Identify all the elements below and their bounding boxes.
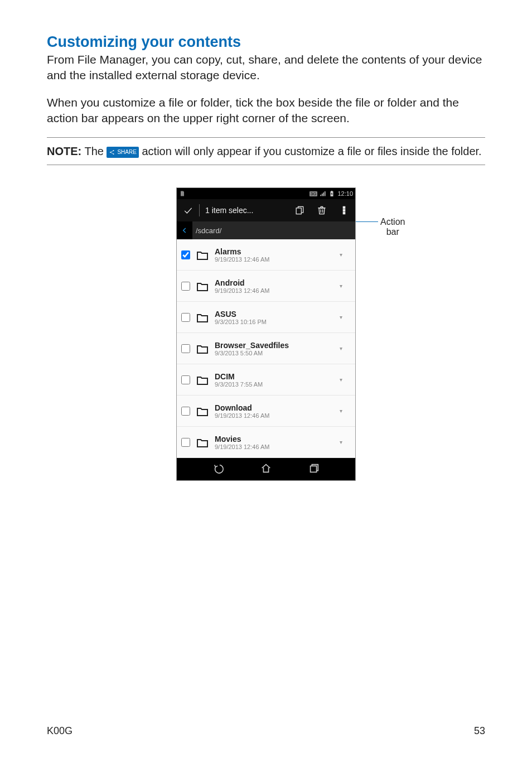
footer-model: K00G — [47, 725, 72, 737]
chevron-left-icon — [181, 226, 188, 234]
done-button[interactable] — [177, 205, 199, 216]
file-row[interactable]: Download9/19/2013 12:46 AM▾ — [177, 396, 355, 427]
file-name: DCIM — [215, 372, 335, 381]
file-name: Android — [215, 278, 335, 287]
chevron-down-icon[interactable]: ▾ — [340, 314, 351, 320]
svg-point-2 — [113, 153, 114, 155]
phone-screenshot: 3G 12:10 1 item selec... — [176, 187, 356, 481]
share-badge-label: SHARE — [117, 148, 136, 156]
footer-page: 53 — [474, 725, 485, 737]
nav-home-icon — [260, 462, 272, 474]
copy-button[interactable] — [288, 205, 311, 216]
check-icon — [182, 205, 194, 216]
folder-icon — [195, 248, 210, 262]
paragraph-usage: When you customize a file or folder, tic… — [47, 95, 485, 127]
breadcrumb: /sdcard/ — [177, 221, 355, 239]
delete-button[interactable] — [311, 205, 333, 216]
svg-rect-8 — [325, 191, 326, 196]
file-meta: 9/19/2013 12:46 AM — [215, 412, 335, 419]
selection-title: 1 item selec... — [200, 206, 288, 215]
file-list: Alarms9/19/2013 12:46 AM▾Android9/19/201… — [177, 239, 355, 458]
note-label: NOTE: — [47, 145, 81, 157]
svg-rect-17 — [310, 466, 316, 472]
svg-point-0 — [110, 152, 111, 153]
file-checkbox[interactable] — [181, 438, 190, 447]
file-row[interactable]: Alarms9/19/2013 12:46 AM▾ — [177, 239, 355, 271]
folder-icon — [195, 342, 210, 355]
page-footer: K00G 53 — [47, 722, 485, 737]
file-meta: 9/19/2013 12:46 AM — [215, 256, 335, 263]
svg-rect-16 — [343, 213, 345, 214]
chevron-down-icon[interactable]: ▾ — [340, 408, 351, 414]
share-icon — [109, 149, 115, 156]
svg-rect-5 — [321, 195, 322, 196]
file-checkbox[interactable] — [181, 282, 190, 291]
paragraph-intro: From File Manager, you can copy, cut, sh… — [47, 52, 485, 84]
chevron-down-icon[interactable]: ▾ — [340, 252, 351, 258]
overflow-button[interactable] — [333, 205, 355, 216]
svg-point-1 — [113, 150, 114, 151]
file-row[interactable]: Android9/19/2013 12:46 AM▾ — [177, 271, 355, 302]
file-checkbox[interactable] — [181, 313, 190, 322]
callout-line — [356, 221, 378, 222]
trash-icon — [316, 205, 327, 216]
signal-icon — [320, 190, 326, 197]
svg-line-4 — [111, 153, 113, 154]
file-checkbox[interactable] — [181, 250, 190, 259]
system-nav-bar — [177, 458, 355, 480]
file-row[interactable]: Movies9/19/2013 12:46 AM▾ — [177, 427, 355, 458]
file-checkbox[interactable] — [181, 344, 190, 353]
nav-home-button[interactable] — [260, 462, 272, 476]
chevron-down-icon[interactable]: ▾ — [340, 283, 351, 289]
status-bar: 3G 12:10 — [177, 188, 355, 199]
svg-rect-14 — [343, 207, 345, 209]
battery-charging-icon — [328, 190, 335, 197]
overflow-icon — [338, 205, 350, 216]
file-name: Movies — [215, 435, 335, 443]
svg-rect-15 — [343, 210, 345, 211]
file-name: ASUS — [215, 310, 335, 319]
file-meta: 9/19/2013 12:46 AM — [215, 443, 335, 450]
svg-rect-10 — [331, 191, 332, 191]
copy-icon — [294, 205, 305, 216]
share-badge: SHARE — [107, 147, 138, 158]
svg-line-3 — [111, 151, 113, 152]
file-name: Browser_Savedfiles — [215, 341, 335, 350]
breadcrumb-path[interactable]: /sdcard/ — [192, 226, 221, 235]
section-heading: Customizing your contents — [47, 33, 485, 51]
svg-rect-6 — [322, 194, 323, 196]
file-checkbox[interactable] — [181, 375, 190, 384]
folder-icon — [195, 311, 210, 324]
file-row[interactable]: ASUS9/3/2013 10:16 PM▾ — [177, 302, 355, 333]
note-text-before: The — [84, 145, 103, 157]
svg-rect-11 — [296, 208, 301, 214]
network-3g-icon: 3G — [309, 191, 318, 196]
file-checkbox[interactable] — [181, 407, 190, 416]
folder-icon — [195, 404, 210, 418]
file-meta: 9/3/2013 10:16 PM — [215, 319, 335, 325]
file-name: Alarms — [215, 247, 335, 256]
file-meta: 9/19/2013 12:46 AM — [215, 287, 335, 294]
chevron-down-icon[interactable]: ▾ — [340, 439, 351, 445]
file-meta: 9/3/2013 7:55 AM — [215, 381, 335, 388]
nav-recent-button[interactable] — [308, 462, 320, 476]
svg-rect-7 — [323, 192, 325, 196]
folder-icon — [195, 436, 210, 449]
file-name: Download — [215, 403, 335, 412]
file-row[interactable]: Browser_Savedfiles9/3/2013 5:50 AM▾ — [177, 333, 355, 364]
back-button[interactable] — [177, 221, 192, 239]
nav-recent-icon — [308, 462, 320, 474]
nav-back-button[interactable] — [212, 462, 225, 476]
action-bar: 1 item selec... — [177, 199, 355, 221]
file-row[interactable]: DCIM9/3/2013 7:55 AM▾ — [177, 364, 355, 396]
status-time: 12:10 — [337, 190, 353, 197]
chevron-down-icon[interactable]: ▾ — [340, 377, 351, 383]
callout-label: Action bar — [380, 217, 405, 237]
file-meta: 9/3/2013 5:50 AM — [215, 350, 335, 356]
chevron-down-icon[interactable]: ▾ — [340, 345, 351, 351]
folder-icon — [195, 373, 210, 387]
sdcard-icon — [179, 190, 186, 197]
nav-back-icon — [212, 462, 225, 474]
folder-icon — [195, 279, 210, 293]
note-box: NOTE: The SHARE action will only appear … — [47, 137, 485, 165]
